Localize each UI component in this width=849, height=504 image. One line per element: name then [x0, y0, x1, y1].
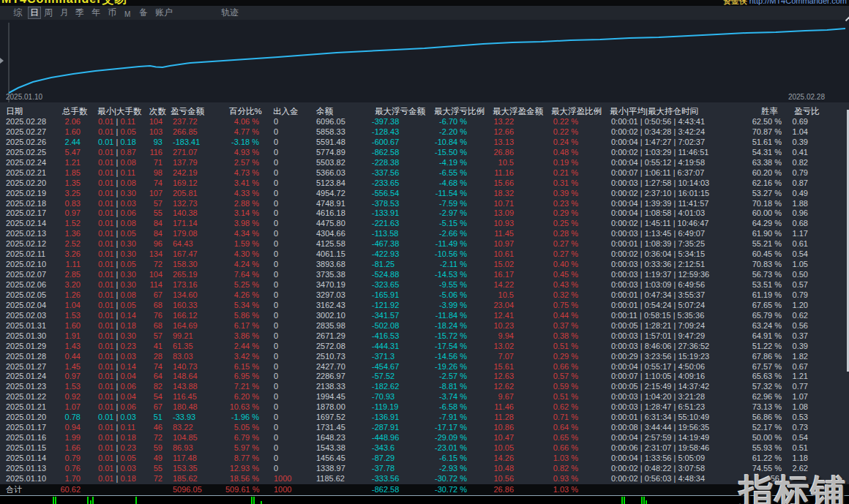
menu-item-1[interactable]: 综: [13, 7, 22, 18]
histogram-bar: [624, 497, 625, 504]
table-row-12[interactable]: 2025.02.131.360.01 | 0.0584179.084.34 %0…: [0, 229, 849, 239]
menu-item-8[interactable]: M: [124, 9, 130, 20]
table-row-31[interactable]: 2025.01.170.940.01 | 0.114683.225.05 %01…: [0, 423, 849, 433]
table-row-25[interactable]: 2025.01.271.450.01 | 0.1474140.736.15 %0…: [0, 362, 849, 372]
cell: 4304.66: [316, 229, 372, 239]
cell: 65.63 %: [750, 372, 782, 382]
cell: 2025.02.10: [0, 260, 59, 270]
cell: 0.39 %: [514, 189, 578, 199]
menu-item-11[interactable]: 轨迹: [221, 7, 239, 18]
table-row-9[interactable]: 2025.02.180.830.01 | 0.0357132.732.88 %0…: [0, 199, 849, 209]
table-row-26[interactable]: 2025.01.240.970.01 | 0.0464148.646.95 %0…: [0, 372, 849, 382]
cell: 107: [146, 189, 162, 199]
cell: 0.56: [782, 321, 808, 331]
cell: -15.50 %: [429, 148, 467, 158]
table-row-36[interactable]: 2025.01.101.700.01 | 0.1872185.6218.56 %…: [0, 474, 849, 484]
table-row-5[interactable]: 2025.02.241.210.01 | 0.0871137.792.57 %0…: [0, 158, 849, 168]
table-row-16[interactable]: 2025.02.072.850.01 | 0.30104265.197.64 %…: [0, 270, 849, 280]
cell: -2.20 %: [429, 127, 467, 138]
cell: 3.20: [59, 280, 81, 290]
cell: 0: [259, 249, 316, 260]
cell: 1.11: [59, 260, 81, 270]
cell: 0.37: [782, 331, 808, 342]
cell: 0.29 %: [514, 352, 578, 362]
cell: -323.65: [372, 280, 429, 290]
cell: 0.50: [782, 270, 808, 280]
equity-curve-svg: [0, 20, 849, 102]
cell: 0.01 | 0.14: [81, 311, 146, 321]
cell: -15.72 %: [429, 331, 467, 342]
cell: -337.56: [372, 168, 429, 178]
menu-item-9[interactable]: 备: [139, 7, 148, 18]
cell: 10.93: [467, 219, 514, 229]
table-row-19[interactable]: 2025.02.041.040.01 | 0.0568160.335.34 %0…: [0, 301, 849, 311]
histogram-bar: [643, 497, 645, 504]
cell: 2286.97: [316, 372, 372, 382]
table-row-30[interactable]: 2025.01.200.780.01 | 0.0351-33.93-1.96 %…: [0, 413, 849, 423]
cell: 9.67: [467, 392, 514, 402]
cell: 1.20: [782, 301, 808, 311]
table-row-14[interactable]: 2025.02.113.260.01 | 0.30134167.474.30 %…: [0, 249, 849, 260]
cell: -4.68 %: [429, 178, 467, 189]
table-row-17[interactable]: 2025.02.063.200.01 | 0.30114173.165.25 %…: [0, 280, 849, 290]
table-row-13[interactable]: 2025.02.122.520.01 | 0.309664.431.59 %04…: [0, 239, 849, 249]
cell: 10.97: [467, 239, 514, 249]
scroll-left-arrow[interactable]: [0, 58, 4, 64]
table-row-24[interactable]: 2025.01.280.440.01 | 0.032883.033.42 %02…: [0, 352, 849, 362]
cell: 1.60: [59, 321, 81, 331]
cell: -29.09 %: [429, 433, 467, 443]
menu-item-3[interactable]: 周: [44, 7, 53, 18]
menu-item-2[interactable]: 日: [28, 7, 41, 19]
menu-item-7[interactable]: 币: [108, 7, 116, 18]
cell: 98: [146, 168, 162, 178]
table-row-3[interactable]: 2025.02.262.440.01 | 0.1893-183.41-3.18 …: [0, 138, 849, 148]
cell: 0.23 %: [514, 199, 578, 209]
table-row-35[interactable]: 2025.01.130.760.01 | 0.0355153.3512.93 %…: [0, 464, 849, 474]
cell: 1.59 %: [225, 239, 259, 249]
cell: 0:00:01 | 6:31:34 | 55:10:49: [578, 413, 750, 423]
table-row-4[interactable]: 2025.02.255.470.01 | 0.87116271.074.93 %…: [0, 148, 849, 158]
table-row-33[interactable]: 2025.01.151.660.01 | 0.235986.935.97 %01…: [0, 443, 849, 454]
cell: 0: [259, 443, 316, 454]
table-row-2[interactable]: 2025.02.271.600.01 | 0.05103266.854.77 %…: [0, 127, 849, 138]
menu-item-6[interactable]: 年: [91, 7, 100, 18]
table-row-1[interactable]: 2025.02.282.060.01 | 0.11104237.724.06 %…: [0, 117, 849, 127]
table-row-20[interactable]: 2025.02.031.530.01 | 0.1476166.125.86 %0…: [0, 311, 849, 321]
table-row-7[interactable]: 2025.02.201.350.01 | 0.0874169.123.41 %0…: [0, 178, 849, 189]
cell: 1878.00: [316, 402, 372, 413]
cell: -70.93: [372, 392, 429, 402]
cell: -7.91 %: [429, 413, 467, 423]
cell: 0.01 | 0.08: [81, 178, 146, 189]
table-row-11[interactable]: 2025.02.141.520.01 | 0.0884171.143.98 %0…: [0, 219, 849, 229]
table-row-29[interactable]: 2025.01.211.070.01 | 0.0667180.4810.63 %…: [0, 402, 849, 413]
cell: 140.38: [162, 208, 225, 219]
cell: 12.62: [467, 382, 514, 392]
cell: 1543.38: [316, 443, 372, 454]
menu-item-4[interactable]: 月: [60, 7, 69, 18]
table-row-21[interactable]: 2025.01.311.600.01 | 0.1868164.696.17 %0…: [0, 321, 849, 331]
menu-item-5[interactable]: 季: [75, 7, 84, 18]
table-row-32[interactable]: 2025.01.161.990.01 | 0.1872104.856.79 %0…: [0, 433, 849, 443]
table-row-10[interactable]: 2025.02.170.970.01 | 0.0655140.383.14 %0…: [0, 208, 849, 219]
site-link[interactable]: http://MT4Commander.com: [749, 0, 847, 5]
total-row[interactable]: 合计60.625096.05509.61 %1000-862.58-30.72 …: [0, 484, 849, 495]
table-row-27[interactable]: 2025.01.231.530.01 | 0.0682143.887.21 %0…: [0, 382, 849, 392]
table-row-8[interactable]: 2025.02.193.250.01 | 0.30107205.814.33 %…: [0, 189, 849, 199]
table-row-34[interactable]: 2025.01.140.790.01 | 0.0549117.488.77 %0…: [0, 454, 849, 464]
table-row-28[interactable]: 2025.01.220.920.01 | 0.0454116.456.20 %0…: [0, 392, 849, 402]
cell: 2427.70: [316, 362, 372, 372]
cell: 0.79: [782, 290, 808, 301]
cell: 72: [146, 433, 162, 443]
cell: 4125.58: [316, 239, 372, 249]
table-row-22[interactable]: 2025.01.301.910.01 | 0.305799.213.86 %02…: [0, 331, 849, 342]
cell: 5.47: [59, 148, 81, 158]
table-row-18[interactable]: 2025.02.051.260.01 | 0.0867134.604.26 %0…: [0, 290, 849, 301]
cell: 1.36: [59, 229, 81, 239]
table-row-23[interactable]: 2025.01.291.430.01 | 0.234161.352.44 %02…: [0, 342, 849, 352]
table-row-15[interactable]: 2025.02.101.110.01 | 0.0572158.304.24 %0…: [0, 260, 849, 270]
histogram-bar: [621, 497, 623, 504]
cell: 46: [146, 423, 162, 433]
menu-item-10[interactable]: 账户: [155, 7, 173, 18]
cell: 5366.03: [316, 168, 372, 178]
table-row-6[interactable]: 2025.02.211.850.01 | 0.1198242.194.73 %0…: [0, 168, 849, 178]
